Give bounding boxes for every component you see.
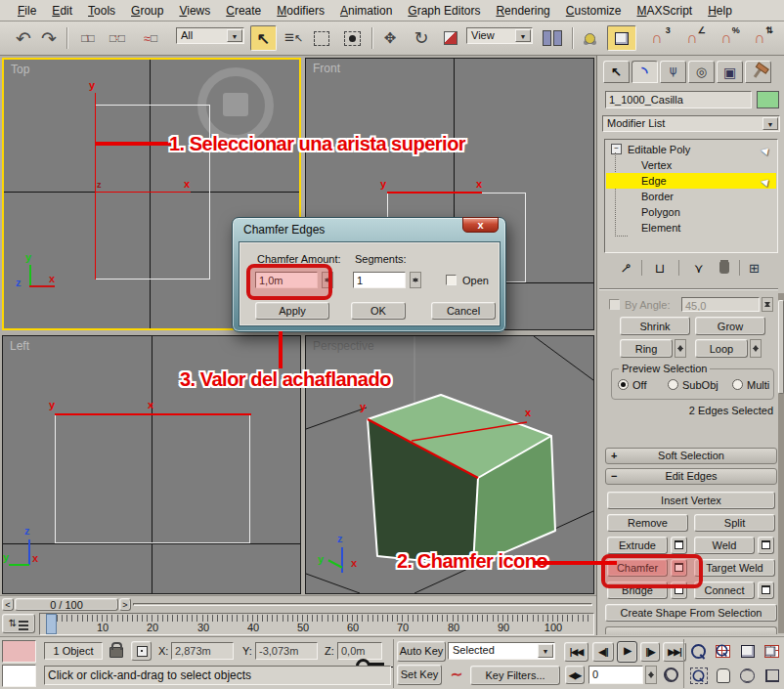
connect-button[interactable]: Connect <box>694 581 755 599</box>
time-slider-button[interactable]: 0 / 100 <box>15 598 118 611</box>
menu-tools[interactable]: Tools <box>80 1 123 21</box>
connect-settings-button[interactable] <box>758 581 774 599</box>
tab-display[interactable]: ▣ <box>717 61 743 83</box>
menu-file[interactable]: File <box>10 1 44 21</box>
spinner-snap-button[interactable]: ⇅ <box>746 25 773 51</box>
time-configuration-button[interactable] <box>661 666 680 684</box>
set-key-button[interactable]: Set Key <box>397 665 442 685</box>
grow-button[interactable]: Grow <box>695 317 765 335</box>
pan-button[interactable] <box>712 665 734 686</box>
manipulate-button[interactable] <box>579 25 601 51</box>
ring-spinner[interactable] <box>675 339 686 358</box>
zoom-button[interactable] <box>687 640 710 662</box>
menu-rendering[interactable]: Rendering <box>488 1 557 21</box>
angle-snap-button[interactable]: ∠ <box>678 25 706 51</box>
by-angle-checkbox[interactable] <box>609 299 620 310</box>
zoom-extents-all-button[interactable] <box>761 640 783 662</box>
cancel-button[interactable]: Cancel <box>431 302 496 320</box>
zoom-extents-button[interactable] <box>736 640 759 662</box>
stack-row-border[interactable]: Border <box>606 189 776 204</box>
tab-modify[interactable]: ◝ <box>632 61 658 83</box>
shrink-button[interactable]: Shrink <box>620 317 690 335</box>
select-and-move-button[interactable]: ✥ <box>378 25 402 51</box>
configure-modifier-sets-icon[interactable]: ⊞ <box>749 261 760 276</box>
stack-row-element[interactable]: Element <box>606 220 776 236</box>
remove-modifier-icon[interactable] <box>719 262 729 274</box>
insert-vertex-button[interactable]: Insert Vertex <box>607 492 775 509</box>
make-unique-icon[interactable]: ⋎ <box>694 261 704 276</box>
dialog-close-button[interactable]: x <box>462 217 499 233</box>
y-coordinate-field[interactable]: -3,073m <box>255 642 318 660</box>
menu-customize[interactable]: Customize <box>558 1 630 21</box>
ring-button[interactable]: Ring <box>620 339 673 358</box>
pin-stack-icon[interactable]: ⊸ <box>616 258 635 278</box>
selected-filter-dropdown[interactable]: Selected <box>448 642 555 660</box>
remove-button[interactable]: Remove <box>607 514 688 532</box>
stack-row-vertex[interactable]: Vertex <box>606 157 776 173</box>
edit-edges-rollout[interactable]: − Edit Edges <box>605 468 777 485</box>
preview-multi-radio[interactable] <box>732 379 743 390</box>
select-object-button[interactable]: ↖ <box>250 25 277 51</box>
reference-coord-dropdown[interactable]: View <box>466 27 533 44</box>
menu-views[interactable]: Views <box>171 1 218 21</box>
time-next-frame-button[interactable]: > <box>119 598 131 611</box>
time-slider-track[interactable] <box>133 603 592 606</box>
preview-off-radio[interactable] <box>618 379 629 390</box>
current-frame-field[interactable]: 0 <box>588 666 643 684</box>
bind-to-spacewarp-icon[interactable]: ≈□ <box>137 25 164 51</box>
menu-graph-editors[interactable]: Graph Editors <box>400 1 488 21</box>
loop-button[interactable]: Loop <box>695 339 748 358</box>
show-end-result-icon[interactable]: ⊔ <box>655 261 665 276</box>
modifier-list-dropdown[interactable]: Modifier List <box>602 115 780 132</box>
menu-create[interactable]: Create <box>218 1 269 21</box>
new-key-curve-icon[interactable]: ∼ <box>448 666 465 685</box>
snaps-toggle-button[interactable] <box>607 25 636 51</box>
region-zoom-button[interactable] <box>687 665 710 686</box>
loop-spinner[interactable] <box>750 339 762 358</box>
key-filters-button[interactable]: Key Filters... <box>470 666 560 685</box>
mini-curve-editor-button[interactable]: ⇅ <box>2 614 35 633</box>
object-name-field[interactable]: 1_1000_Casilla <box>605 91 752 108</box>
weld-button[interactable]: Weld <box>694 537 755 554</box>
absolute-offset-toggle[interactable] <box>131 641 152 661</box>
snap-3d-button[interactable]: 3 <box>643 25 671 51</box>
select-and-link-icon[interactable]: □⧵□ <box>75 25 101 51</box>
menu-animation[interactable]: Animation <box>332 1 400 21</box>
zoom-all-button[interactable] <box>712 640 734 662</box>
by-angle-field[interactable]: 45,0 <box>681 297 760 312</box>
use-pivot-center-button[interactable] <box>539 25 566 51</box>
select-by-name-button[interactable]: ≡↖ <box>282 25 306 51</box>
undo-button[interactable]: ↶ <box>12 25 35 51</box>
weld-settings-button[interactable] <box>758 537 774 554</box>
preview-subobj-radio[interactable] <box>668 379 678 390</box>
dialog-title[interactable]: Chamfer Edges <box>243 223 325 237</box>
key-mode-toggle[interactable]: ◀▶ <box>565 666 585 684</box>
tab-hierarchy[interactable]: ⋔ <box>660 61 686 83</box>
stack-row-editable-poly[interactable]: − Editable Poly ◄ <box>606 142 776 157</box>
split-button[interactable]: Split <box>694 514 775 532</box>
maxscript-macro-pane[interactable] <box>2 640 36 663</box>
menu-help[interactable]: Help <box>700 1 740 21</box>
target-weld-button[interactable]: Target Weld <box>694 559 775 577</box>
current-frame-spinner[interactable] <box>645 666 657 684</box>
auto-key-button[interactable]: Auto Key <box>397 641 446 662</box>
percent-snap-button[interactable]: % <box>713 25 740 51</box>
by-angle-spinner[interactable] <box>762 297 773 312</box>
tab-motion[interactable]: ◎ <box>688 61 715 83</box>
select-and-scale-button[interactable] <box>440 25 461 51</box>
segments-field[interactable]: 1 <box>353 272 406 288</box>
maxscript-listener-pane[interactable] <box>2 665 36 687</box>
open-checkbox[interactable] <box>446 275 457 285</box>
menu-maxscript[interactable]: MAXScript <box>630 1 701 21</box>
redo-button[interactable]: ↷ <box>37 25 61 51</box>
time-prev-frame-button[interactable]: < <box>2 598 14 611</box>
min-max-toggle-button[interactable] <box>761 665 783 686</box>
soft-selection-rollout[interactable]: + Soft Selection <box>605 448 777 464</box>
select-and-rotate-button[interactable]: ↻ <box>410 25 433 51</box>
previous-frame-button[interactable]: ◀|| <box>592 642 614 662</box>
go-to-start-button[interactable]: |◀◀ <box>564 642 588 662</box>
extrude-button[interactable]: Extrude <box>607 537 668 554</box>
menu-modifiers[interactable]: Modifiers <box>269 1 332 21</box>
selection-lock-toggle[interactable] <box>108 641 125 661</box>
rect-selection-region-button[interactable] <box>310 25 333 51</box>
